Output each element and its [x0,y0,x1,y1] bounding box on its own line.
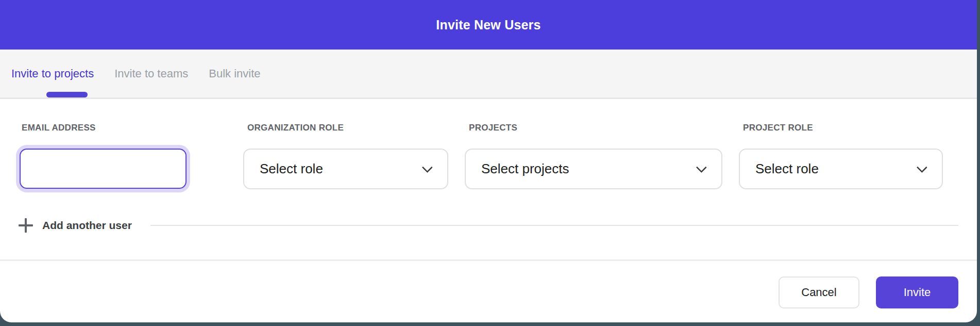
project-role-selected-value: Select role [755,161,917,177]
organization-role-label: ORGANIZATION ROLE [247,123,344,133]
plus-icon [19,218,33,233]
project-role-select[interactable]: Select role [739,149,943,189]
organization-role-selected-value: Select role [260,161,422,177]
modal-header: Invite New Users [0,0,977,50]
chevron-down-icon [422,162,433,173]
projects-selected-value: Select projects [481,161,696,177]
cancel-button[interactable]: Cancel [779,276,859,308]
organization-role-select[interactable]: Select role [243,149,448,189]
chevron-down-icon [696,162,707,173]
tab-label: Invite to projects [11,67,94,80]
invite-new-users-modal: Invite New Users Invite to projects Invi… [0,0,977,322]
email-address-input[interactable] [20,149,187,189]
email-address-label: EMAIL ADDRESS [22,123,96,133]
tab-invite-to-teams[interactable]: Invite to teams [114,50,188,97]
tab-label: Invite to teams [114,67,188,80]
projects-label: PROJECTS [469,123,517,133]
project-role-label: PROJECT ROLE [743,123,813,133]
modal-title: Invite New Users [436,18,540,32]
tab-bar: Invite to projects Invite to teams Bulk … [0,50,977,99]
add-another-user-label: Add another user [42,219,132,232]
add-row-divider [150,225,958,226]
tab-label: Bulk invite [209,67,260,80]
invite-button[interactable]: Invite [876,276,958,308]
tab-bulk-invite[interactable]: Bulk invite [209,50,260,97]
footer-divider [0,259,977,261]
add-another-user-button[interactable]: Add another user [19,213,958,238]
projects-select[interactable]: Select projects [465,149,722,189]
active-tab-underline [46,92,88,97]
tab-invite-to-projects[interactable]: Invite to projects [11,50,94,97]
chevron-down-icon [917,162,927,173]
